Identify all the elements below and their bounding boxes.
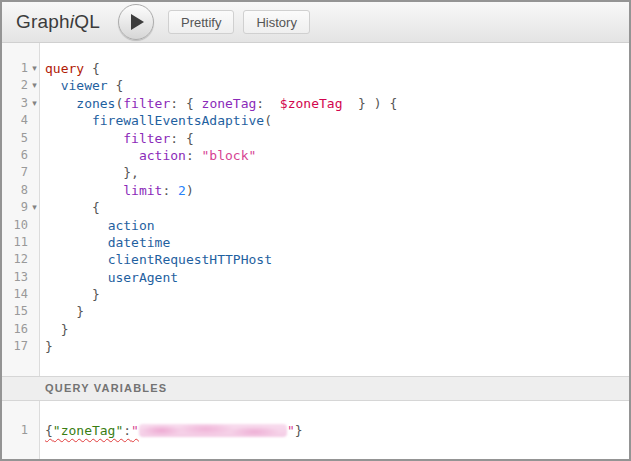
code-token: { [84,61,100,76]
code-line[interactable]: 14 } [2,286,629,303]
code-line[interactable]: 3▾ zones(filter: { zoneTag: $zoneTag } )… [2,95,629,112]
code-token: action [108,218,155,233]
code-line[interactable]: 4 firewallEventsAdaptive( [2,112,629,129]
code-text[interactable]: {"zoneTag":""} [41,422,303,439]
code-token: zoneTag [202,96,257,111]
logo-text-graph: Graph [16,11,70,32]
code-token: } [45,322,68,337]
code-token: userAgent [108,270,178,285]
code-token: } [45,287,100,302]
code-text[interactable]: datetime [41,234,170,251]
code-text[interactable]: query { [41,60,100,77]
code-token: zones [76,96,115,111]
graphiql-logo: GraphiQL [16,11,100,33]
code-text[interactable]: }, [41,164,139,181]
line-number: 12 [2,251,28,268]
fold-arrow-icon[interactable]: ▾ [28,60,41,77]
line-number: 11 [2,234,28,251]
line-number: 13 [2,269,28,286]
line-number: 14 [2,286,28,303]
code-token: " [131,423,139,438]
code-line[interactable]: 2▾ viewer { [2,77,629,94]
code-token [45,218,108,233]
code-text[interactable]: } [41,303,84,320]
variables-code-area[interactable]: 1{"zoneTag":""} [2,401,629,439]
code-text[interactable]: action [41,217,155,234]
fold-arrow-icon[interactable]: ▾ [28,95,41,112]
code-token: datetime [108,235,171,250]
code-token: action [139,148,186,163]
code-token [45,235,108,250]
code-token: { [45,200,100,215]
code-line[interactable]: 10 action [2,217,629,234]
code-line[interactable]: 8 limit: 2) [2,182,629,199]
line-number: 10 [2,217,28,234]
code-token [45,270,108,285]
code-line[interactable]: 1{"zoneTag":""} [2,422,629,439]
code-token: filter [123,96,170,111]
fold-arrow-icon[interactable]: ▾ [28,77,41,94]
code-token: : { [170,96,201,111]
code-line[interactable]: 12 clientRequestHTTPHost [2,251,629,268]
code-text[interactable]: firewallEventsAdaptive( [41,112,272,129]
code-token: $zoneTag [280,96,343,111]
code-text[interactable]: filter: { [41,130,194,147]
code-text[interactable]: viewer { [41,77,123,94]
code-token: } [295,423,303,438]
code-line[interactable]: 1▾query { [2,60,629,77]
query-code-area[interactable]: 1▾query {2▾ viewer {3▾ zones(filter: { z… [2,43,629,356]
code-token: "zoneTag" [53,423,123,438]
code-text[interactable]: userAgent [41,269,178,286]
line-number: 1 [2,60,28,77]
code-line[interactable]: 16 } [2,321,629,338]
code-token: viewer [61,78,108,93]
query-variables-header[interactable]: QUERY VARIABLES [2,376,629,401]
line-number: 2 [2,77,28,94]
code-token: : { [170,131,193,146]
code-token [45,96,76,111]
code-token: : [123,423,131,438]
code-text[interactable]: clientRequestHTTPHost [41,251,272,268]
graphiql-window: GraphiQL Prettify History 1▾query {2▾ vi… [0,0,631,461]
code-token [45,78,61,93]
code-line[interactable]: 13 userAgent [2,269,629,286]
code-token: : [162,183,178,198]
code-token [45,113,92,128]
code-text[interactable]: { [41,199,100,216]
code-line[interactable]: 11 datetime [2,234,629,251]
code-line[interactable]: 9▾ { [2,199,629,216]
code-text[interactable]: zones(filter: { zoneTag: $zoneTag } ) { [41,95,397,112]
code-token: "block" [202,148,257,163]
code-text[interactable]: limit: 2) [41,182,194,199]
code-line[interactable]: 6 action: "block" [2,147,629,164]
code-token [45,252,108,267]
code-token: { [108,78,124,93]
code-line[interactable]: 17} [2,338,629,355]
execute-button[interactable] [118,4,154,40]
code-token: { [45,423,53,438]
code-token [45,148,139,163]
line-number: 6 [2,147,28,164]
code-line[interactable]: 15 } [2,303,629,320]
code-text[interactable]: action: "block" [41,147,256,164]
history-button[interactable]: History [243,10,309,34]
line-number: 5 [2,130,28,147]
code-token: " [287,423,295,438]
variables-editor[interactable]: 1{"zoneTag":""} [2,401,629,459]
code-text[interactable]: } [41,321,68,338]
line-number: 16 [2,321,28,338]
code-line[interactable]: 5 filter: { [2,130,629,147]
redacted-value [139,424,287,437]
query-editor[interactable]: 1▾query {2▾ viewer {3▾ zones(filter: { z… [2,43,629,376]
prettify-button[interactable]: Prettify [168,10,234,34]
code-token: : [186,148,202,163]
code-text[interactable]: } [41,338,53,355]
code-text[interactable]: } [41,286,100,303]
code-token: }, [45,165,139,180]
fold-arrow-icon[interactable]: ▾ [28,199,41,216]
code-token [45,183,123,198]
toolbar: GraphiQL Prettify History [2,2,629,43]
code-line[interactable]: 7 }, [2,164,629,181]
line-number: 17 [2,338,28,355]
code-token [45,131,123,146]
